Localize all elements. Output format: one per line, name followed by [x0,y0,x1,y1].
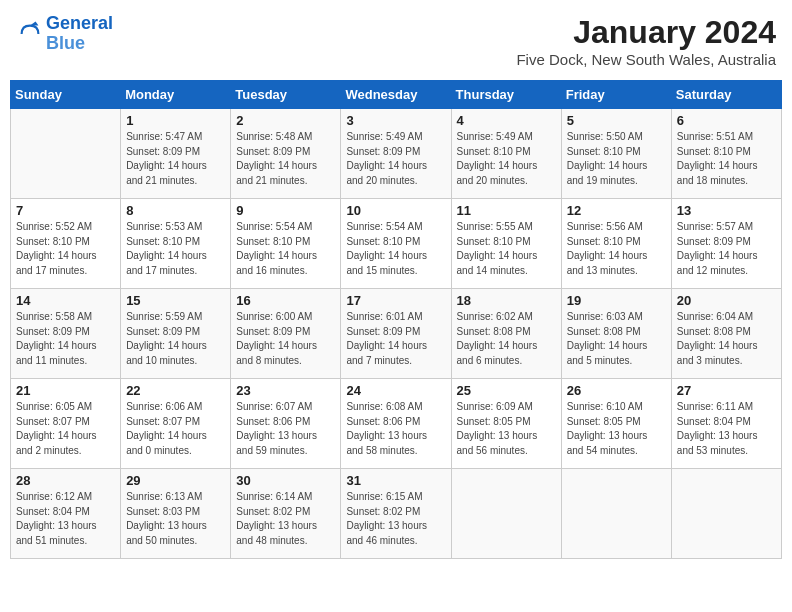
day-detail: Sunrise: 5:49 AM Sunset: 8:10 PM Dayligh… [457,130,556,188]
day-number: 30 [236,473,335,488]
calendar-cell: 16Sunrise: 6:00 AM Sunset: 8:09 PM Dayli… [231,289,341,379]
day-detail: Sunrise: 5:47 AM Sunset: 8:09 PM Dayligh… [126,130,225,188]
calendar-cell: 1Sunrise: 5:47 AM Sunset: 8:09 PM Daylig… [121,109,231,199]
calendar-cell [11,109,121,199]
day-detail: Sunrise: 5:55 AM Sunset: 8:10 PM Dayligh… [457,220,556,278]
calendar-cell [561,469,671,559]
week-row-4: 21Sunrise: 6:05 AM Sunset: 8:07 PM Dayli… [11,379,782,469]
calendar-cell: 14Sunrise: 5:58 AM Sunset: 8:09 PM Dayli… [11,289,121,379]
day-detail: Sunrise: 6:10 AM Sunset: 8:05 PM Dayligh… [567,400,666,458]
calendar-cell: 6Sunrise: 5:51 AM Sunset: 8:10 PM Daylig… [671,109,781,199]
calendar-cell: 30Sunrise: 6:14 AM Sunset: 8:02 PM Dayli… [231,469,341,559]
day-header-saturday: Saturday [671,81,781,109]
day-detail: Sunrise: 6:13 AM Sunset: 8:03 PM Dayligh… [126,490,225,548]
logo-text: GeneralBlue [46,14,113,54]
day-number: 31 [346,473,445,488]
day-detail: Sunrise: 6:08 AM Sunset: 8:06 PM Dayligh… [346,400,445,458]
day-number: 8 [126,203,225,218]
logo: GeneralBlue [16,14,113,54]
day-header-friday: Friday [561,81,671,109]
calendar-cell: 5Sunrise: 5:50 AM Sunset: 8:10 PM Daylig… [561,109,671,199]
day-detail: Sunrise: 6:05 AM Sunset: 8:07 PM Dayligh… [16,400,115,458]
day-detail: Sunrise: 5:50 AM Sunset: 8:10 PM Dayligh… [567,130,666,188]
calendar-cell: 15Sunrise: 5:59 AM Sunset: 8:09 PM Dayli… [121,289,231,379]
day-detail: Sunrise: 6:14 AM Sunset: 8:02 PM Dayligh… [236,490,335,548]
day-number: 2 [236,113,335,128]
calendar-cell [451,469,561,559]
day-detail: Sunrise: 5:53 AM Sunset: 8:10 PM Dayligh… [126,220,225,278]
day-detail: Sunrise: 5:51 AM Sunset: 8:10 PM Dayligh… [677,130,776,188]
calendar-cell: 7Sunrise: 5:52 AM Sunset: 8:10 PM Daylig… [11,199,121,289]
day-header-thursday: Thursday [451,81,561,109]
calendar-cell: 28Sunrise: 6:12 AM Sunset: 8:04 PM Dayli… [11,469,121,559]
calendar-cell: 8Sunrise: 5:53 AM Sunset: 8:10 PM Daylig… [121,199,231,289]
day-detail: Sunrise: 6:11 AM Sunset: 8:04 PM Dayligh… [677,400,776,458]
day-detail: Sunrise: 5:49 AM Sunset: 8:09 PM Dayligh… [346,130,445,188]
day-number: 6 [677,113,776,128]
day-detail: Sunrise: 5:54 AM Sunset: 8:10 PM Dayligh… [236,220,335,278]
logo-icon [16,20,44,48]
day-number: 23 [236,383,335,398]
calendar-cell: 4Sunrise: 5:49 AM Sunset: 8:10 PM Daylig… [451,109,561,199]
calendar-body: 1Sunrise: 5:47 AM Sunset: 8:09 PM Daylig… [11,109,782,559]
calendar-cell: 20Sunrise: 6:04 AM Sunset: 8:08 PM Dayli… [671,289,781,379]
calendar-header: SundayMondayTuesdayWednesdayThursdayFrid… [11,81,782,109]
week-row-5: 28Sunrise: 6:12 AM Sunset: 8:04 PM Dayli… [11,469,782,559]
day-number: 5 [567,113,666,128]
day-number: 25 [457,383,556,398]
calendar-cell: 18Sunrise: 6:02 AM Sunset: 8:08 PM Dayli… [451,289,561,379]
day-detail: Sunrise: 6:02 AM Sunset: 8:08 PM Dayligh… [457,310,556,368]
day-number: 18 [457,293,556,308]
week-row-3: 14Sunrise: 5:58 AM Sunset: 8:09 PM Dayli… [11,289,782,379]
day-number: 14 [16,293,115,308]
calendar-cell: 19Sunrise: 6:03 AM Sunset: 8:08 PM Dayli… [561,289,671,379]
calendar-cell: 26Sunrise: 6:10 AM Sunset: 8:05 PM Dayli… [561,379,671,469]
day-header-row: SundayMondayTuesdayWednesdayThursdayFrid… [11,81,782,109]
day-number: 27 [677,383,776,398]
calendar-subtitle: Five Dock, New South Wales, Australia [516,51,776,68]
page-header: GeneralBlue January 2024 Five Dock, New … [10,10,782,72]
day-number: 29 [126,473,225,488]
day-number: 28 [16,473,115,488]
title-block: January 2024 Five Dock, New South Wales,… [516,14,776,68]
day-number: 10 [346,203,445,218]
calendar-table: SundayMondayTuesdayWednesdayThursdayFrid… [10,80,782,559]
calendar-cell: 29Sunrise: 6:13 AM Sunset: 8:03 PM Dayli… [121,469,231,559]
day-number: 9 [236,203,335,218]
day-header-wednesday: Wednesday [341,81,451,109]
day-number: 15 [126,293,225,308]
day-number: 22 [126,383,225,398]
day-detail: Sunrise: 6:03 AM Sunset: 8:08 PM Dayligh… [567,310,666,368]
day-number: 16 [236,293,335,308]
day-number: 13 [677,203,776,218]
day-number: 1 [126,113,225,128]
day-detail: Sunrise: 5:56 AM Sunset: 8:10 PM Dayligh… [567,220,666,278]
day-detail: Sunrise: 6:15 AM Sunset: 8:02 PM Dayligh… [346,490,445,548]
calendar-cell: 17Sunrise: 6:01 AM Sunset: 8:09 PM Dayli… [341,289,451,379]
calendar-cell: 22Sunrise: 6:06 AM Sunset: 8:07 PM Dayli… [121,379,231,469]
day-detail: Sunrise: 5:59 AM Sunset: 8:09 PM Dayligh… [126,310,225,368]
calendar-cell: 9Sunrise: 5:54 AM Sunset: 8:10 PM Daylig… [231,199,341,289]
day-number: 17 [346,293,445,308]
day-number: 21 [16,383,115,398]
day-number: 20 [677,293,776,308]
calendar-cell: 3Sunrise: 5:49 AM Sunset: 8:09 PM Daylig… [341,109,451,199]
day-number: 24 [346,383,445,398]
day-detail: Sunrise: 5:58 AM Sunset: 8:09 PM Dayligh… [16,310,115,368]
calendar-cell: 25Sunrise: 6:09 AM Sunset: 8:05 PM Dayli… [451,379,561,469]
day-detail: Sunrise: 6:07 AM Sunset: 8:06 PM Dayligh… [236,400,335,458]
day-detail: Sunrise: 6:00 AM Sunset: 8:09 PM Dayligh… [236,310,335,368]
day-detail: Sunrise: 5:52 AM Sunset: 8:10 PM Dayligh… [16,220,115,278]
calendar-cell: 23Sunrise: 6:07 AM Sunset: 8:06 PM Dayli… [231,379,341,469]
day-number: 4 [457,113,556,128]
calendar-cell: 2Sunrise: 5:48 AM Sunset: 8:09 PM Daylig… [231,109,341,199]
calendar-cell: 31Sunrise: 6:15 AM Sunset: 8:02 PM Dayli… [341,469,451,559]
day-number: 3 [346,113,445,128]
day-detail: Sunrise: 6:04 AM Sunset: 8:08 PM Dayligh… [677,310,776,368]
day-detail: Sunrise: 6:06 AM Sunset: 8:07 PM Dayligh… [126,400,225,458]
day-header-monday: Monday [121,81,231,109]
day-header-tuesday: Tuesday [231,81,341,109]
day-detail: Sunrise: 5:54 AM Sunset: 8:10 PM Dayligh… [346,220,445,278]
day-number: 11 [457,203,556,218]
day-number: 7 [16,203,115,218]
